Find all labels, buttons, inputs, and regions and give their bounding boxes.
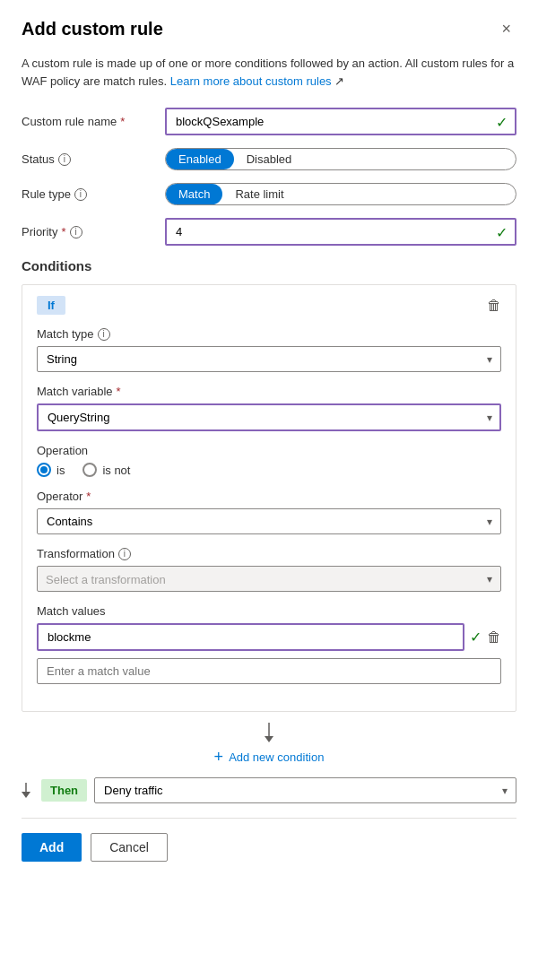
match-variable-label: Match variable * (37, 385, 501, 398)
then-arrow-area (22, 783, 30, 799)
match-values-group: Match values ✓ 🗑 (37, 604, 501, 684)
status-enabled-button[interactable]: Enabled (166, 149, 234, 169)
dialog-title: Add custom rule (22, 19, 163, 39)
operator-dropdown[interactable]: Contains (37, 508, 501, 534)
operation-is-not-radio[interactable] (82, 463, 97, 477)
match-variable-group: Match variable * QueryString ▾ (37, 385, 501, 431)
transformation-label: Transformation i (37, 547, 501, 560)
conditions-section-label: Conditions (22, 258, 516, 273)
then-action-dropdown-wrapper: Deny traffic ▾ (94, 777, 516, 803)
custom-rule-name-label: Custom rule name * (22, 115, 165, 128)
status-label: Status i (22, 152, 165, 166)
match-type-label: Match type i (37, 327, 501, 341)
condition-box: If 🗑 Match type i String ▾ Match variabl… (22, 284, 516, 712)
match-value-input-1[interactable] (37, 623, 464, 651)
add-condition-plus-icon: + (214, 748, 224, 767)
match-type-info-icon[interactable]: i (98, 328, 110, 341)
operation-is-radio-inner (40, 466, 48, 473)
down-arrow-icon (265, 723, 273, 744)
operation-is-radio[interactable] (37, 463, 51, 477)
rule-type-toggle-group: Match Rate limit (165, 183, 516, 205)
operation-group: Operation is is not (37, 444, 501, 477)
priority-control: ✓ (165, 218, 516, 246)
operator-group: Operator * Contains ▾ (37, 490, 501, 534)
learn-more-link[interactable]: Learn more about custom rules (170, 74, 332, 88)
svg-marker-3 (22, 792, 30, 798)
operator-label: Operator * (37, 490, 501, 503)
close-button[interactable]: × (496, 18, 516, 40)
status-info-icon[interactable]: i (58, 153, 71, 166)
add-custom-rule-dialog: Add custom rule × A custom rule is made … (0, 0, 538, 980)
match-value-row-1: ✓ 🗑 (37, 623, 501, 651)
operation-is-option[interactable]: is (37, 463, 65, 477)
custom-rule-name-input[interactable] (165, 108, 516, 135)
rule-type-label: Rule type i (22, 187, 165, 201)
priority-row: Priority * i ✓ (22, 218, 516, 246)
add-button[interactable]: Add (22, 833, 82, 862)
add-condition-row[interactable]: + Add new condition (22, 723, 516, 767)
rule-type-match-button[interactable]: Match (166, 184, 222, 204)
match-value-delete-icon[interactable]: 🗑 (487, 629, 501, 646)
rule-type-row: Rule type i Match Rate limit (22, 183, 516, 205)
then-row: Then Deny traffic ▾ (22, 777, 516, 803)
match-type-group: Match type i String ▾ (37, 327, 501, 372)
rule-type-control: Match Rate limit (165, 183, 516, 205)
match-type-dropdown-wrapper: String ▾ (37, 346, 501, 372)
match-value-placeholder-input[interactable] (37, 658, 501, 684)
dialog-footer: Add Cancel (22, 818, 516, 876)
match-value-row-placeholder (37, 658, 501, 684)
required-star: * (120, 115, 125, 128)
rule-type-info-icon[interactable]: i (74, 188, 87, 201)
condition-delete-icon[interactable]: 🗑 (487, 298, 501, 314)
description-text: A custom rule is made up of one or more … (22, 55, 516, 90)
operation-radio-group: is is not (37, 463, 501, 477)
operation-is-not-option[interactable]: is not (82, 463, 130, 477)
status-toggle-group: Enabled Disabled (165, 148, 516, 170)
match-variable-dropdown[interactable]: QueryString (37, 403, 501, 431)
operation-label: Operation (37, 444, 501, 457)
transformation-info-icon[interactable]: i (118, 548, 131, 560)
dialog-header: Add custom rule × (22, 18, 516, 40)
name-check-icon: ✓ (496, 113, 508, 130)
custom-rule-name-control: ✓ (165, 108, 516, 135)
priority-required-star: * (61, 225, 65, 238)
status-control: Enabled Disabled (165, 148, 516, 170)
status-disabled-button[interactable]: Disabled (234, 149, 305, 169)
custom-rule-name-row: Custom rule name * ✓ (22, 108, 516, 135)
match-values-label: Match values (37, 604, 501, 618)
status-row: Status i Enabled Disabled (22, 148, 516, 170)
add-condition-button[interactable]: + Add new condition (214, 748, 325, 767)
then-badge: Then (41, 779, 87, 802)
transformation-dropdown[interactable] (37, 566, 501, 592)
match-value-check-icon: ✓ (470, 629, 482, 646)
operator-dropdown-wrapper: Contains ▾ (37, 508, 501, 534)
transformation-group: Transformation i ▾ Select a transformati… (37, 547, 501, 592)
then-arrow-icon (22, 783, 30, 799)
priority-check-icon: ✓ (496, 223, 508, 240)
add-condition-arrow (265, 723, 273, 744)
priority-input[interactable] (165, 218, 516, 246)
match-type-dropdown[interactable]: String (37, 346, 501, 372)
transformation-dropdown-wrapper: ▾ Select a transformation (37, 566, 501, 592)
priority-label: Priority * i (22, 225, 165, 238)
cancel-button[interactable]: Cancel (91, 833, 168, 862)
if-badge: If (37, 296, 65, 315)
match-variable-dropdown-wrapper: QueryString ▾ (37, 403, 501, 431)
then-action-dropdown[interactable]: Deny traffic (94, 777, 516, 803)
rule-type-rate-limit-button[interactable]: Rate limit (222, 184, 296, 204)
priority-info-icon[interactable]: i (70, 226, 82, 238)
svg-marker-1 (265, 736, 273, 742)
condition-header: If 🗑 (37, 296, 501, 315)
